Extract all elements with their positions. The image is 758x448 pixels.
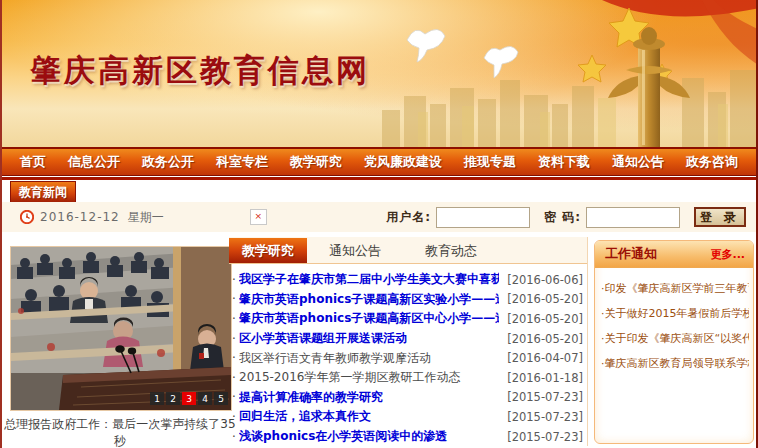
news-item: ·我区学子在肇庆市第二届中小学生美文大赛中喜获佳绩[2016-06-06] xyxy=(229,270,587,290)
bullet-icon: · xyxy=(229,332,239,346)
main-content: 1 2 3 4 5 总理报告政府工作：最后一次掌声持续了35秒 教学研究 通知公… xyxy=(2,232,756,448)
bullet-icon: · xyxy=(229,430,239,444)
main-nav: 首页 信息公开 政务公开 科室专栏 教学研究 党风廉政建设 推现专题 资料下载 … xyxy=(2,147,756,176)
username-input[interactable] xyxy=(436,207,530,228)
news-item-date: [2016-01-18] xyxy=(499,371,587,385)
tab-education-updates[interactable]: 教育动态 xyxy=(403,238,499,263)
news-item-title[interactable]: 浅谈phonics在小学英语阅读中的渗透 xyxy=(239,428,499,445)
work-notice-panel: 工作通知 更多... ·印发《肇庆高新区学前三年教育... ·关于做好2015年… xyxy=(594,240,754,444)
ribbon-graphic xyxy=(602,0,756,16)
broken-image-icon: × xyxy=(250,209,267,225)
notice-item[interactable]: ·肇庆高新区教育局领导联系学校... xyxy=(601,351,749,376)
news-item-title[interactable]: 肇庆市英语phonics子课题高新区实验小学——送课下... xyxy=(239,291,499,308)
carousel-photo[interactable]: 1 2 3 4 5 xyxy=(10,246,232,411)
tab-notices[interactable]: 通知公告 xyxy=(307,238,403,263)
news-item-date: [2016-06-06] xyxy=(499,273,587,287)
site-banner: 肇庆高新区教育信息网 xyxy=(2,0,756,147)
news-item: ·肇庆市英语phonics子课题高新区实验小学——送课下...[2016-05-… xyxy=(229,290,587,310)
news-item-title[interactable]: 区小学英语课题组开展送课活动 xyxy=(239,330,499,347)
login-form: 用户名: 密 码: 登 录 xyxy=(386,207,746,228)
login-button[interactable]: 登 录 xyxy=(694,207,746,227)
clock-icon xyxy=(20,210,34,224)
news-item-date: [2015-07-23] xyxy=(499,390,587,404)
bullet-icon: · xyxy=(229,273,239,287)
news-item: ·我区举行语文青年教师教学观摩活动[2016-04-07] xyxy=(229,348,587,368)
news-item-date: [2015-07-23] xyxy=(499,430,587,444)
bullet-icon: · xyxy=(229,312,239,326)
subnav-bar: 教育新闻 xyxy=(2,177,756,205)
site-title: 肇庆高新区教育信息网 xyxy=(30,50,370,92)
nav-item-teaching-research[interactable]: 教学研究 xyxy=(286,153,346,171)
nav-item-home[interactable]: 首页 xyxy=(16,153,50,171)
pager-button[interactable]: 1 xyxy=(150,392,164,405)
news-list: ·我区学子在肇庆市第二届中小学生美文大赛中喜获佳绩[2016-06-06] ·肇… xyxy=(229,270,587,446)
work-notice-header: 工作通知 更多... xyxy=(595,241,753,268)
nav-item-dept-columns[interactable]: 科室专栏 xyxy=(212,153,272,171)
notice-item[interactable]: ·印发《肇庆高新区学前三年教育... xyxy=(601,276,749,301)
bullet-icon: · xyxy=(229,390,239,404)
news-item: ·回归生活，追求本真作文[2015-07-23] xyxy=(229,407,587,427)
news-panel: 教学研究 通知公告 教育动态 ·我区学子在肇庆市第二届中小学生美文大赛中喜获佳绩… xyxy=(229,237,588,446)
pager-button[interactable]: 3 xyxy=(182,392,196,405)
news-item-date: [2016-05-20] xyxy=(499,332,587,346)
news-item-date: [2015-07-23] xyxy=(499,410,587,424)
notice-item[interactable]: ·关于做好2015年暑假前后学校工... xyxy=(601,301,749,326)
nav-item-gov-affairs[interactable]: 政务公开 xyxy=(138,153,198,171)
bullet-icon: · xyxy=(229,410,239,424)
news-item-date: [2016-05-20] xyxy=(499,292,587,306)
news-item-title[interactable]: 2015-2016学年第一学期区教研工作动态 xyxy=(239,369,499,386)
news-item: ·提高计算准确率的教学研究[2015-07-23] xyxy=(229,388,587,408)
current-weekday: 星期一 xyxy=(128,209,164,226)
password-label: 密 码: xyxy=(544,209,581,226)
photo-illustration xyxy=(11,247,231,410)
password-input[interactable] xyxy=(586,207,680,228)
news-item: ·肇庆市英语phonics子课题高新区中心小学——送课下...[2016-05-… xyxy=(229,309,587,329)
nav-item-downloads[interactable]: 资料下载 xyxy=(534,153,594,171)
notice-item-title: 关于做好2015年暑假前后学校工... xyxy=(605,307,750,320)
news-item-title[interactable]: 回归生活，追求本真作文 xyxy=(239,408,499,425)
bullet-icon: · xyxy=(229,351,239,365)
news-item-date: [2016-04-07] xyxy=(499,351,587,365)
nav-item-party-conduct[interactable]: 党风廉政建设 xyxy=(360,153,446,171)
nav-item-featured-topics[interactable]: 推现专题 xyxy=(460,153,520,171)
dove-icon xyxy=(407,29,518,78)
news-item: ·区小学英语课题组开展送课活动[2016-05-20] xyxy=(229,329,587,349)
notice-item-title: 印发《肇庆高新区学前三年教育... xyxy=(605,282,750,295)
news-item-title[interactable]: 我区学子在肇庆市第二届中小学生美文大赛中喜获佳绩 xyxy=(239,271,499,288)
news-item-title[interactable]: 肇庆市英语phonics子课题高新区中心小学——送课下... xyxy=(239,310,499,327)
tab-teaching-research[interactable]: 教学研究 xyxy=(229,238,307,263)
work-notice-list: ·印发《肇庆高新区学前三年教育... ·关于做好2015年暑假前后学校工... … xyxy=(595,276,753,376)
username-label: 用户名: xyxy=(386,209,431,226)
pager-button[interactable]: 5 xyxy=(214,392,228,405)
news-item-title[interactable]: 我区举行语文青年教师教学观摩活动 xyxy=(239,350,499,367)
news-item-title[interactable]: 提高计算准确率的教学研究 xyxy=(239,389,499,406)
bullet-icon: · xyxy=(229,292,239,306)
notice-item-title: 关于印发《肇庆高新区“以奖代... xyxy=(605,332,750,345)
skyline-graphic xyxy=(382,70,756,147)
subnav-tab-education-news[interactable]: 教育新闻 xyxy=(10,181,76,204)
news-item-date: [2016-05-20] xyxy=(499,312,587,326)
bullet-icon: · xyxy=(229,371,239,385)
nav-item-notices[interactable]: 通知公告 xyxy=(608,153,668,171)
carousel-caption[interactable]: 总理报告政府工作：最后一次掌声持续了35秒 xyxy=(2,416,238,448)
pager-button[interactable]: 4 xyxy=(198,392,212,405)
carousel-pager: 1 2 3 4 5 xyxy=(148,392,228,405)
more-link[interactable]: 更多... xyxy=(710,247,745,262)
news-item: ·浅谈phonics在小学英语阅读中的渗透[2015-07-23] xyxy=(229,427,587,447)
pager-button[interactable]: 2 xyxy=(166,392,180,405)
nav-item-gov-consult[interactable]: 政务咨询 xyxy=(682,153,742,171)
work-notice-title: 工作通知 xyxy=(605,245,657,263)
notice-item[interactable]: ·关于印发《肇庆高新区“以奖代... xyxy=(601,326,749,351)
news-item: ·2015-2016学年第一学期区教研工作动态[2016-01-18] xyxy=(229,368,587,388)
page: 肇庆高新区教育信息网 首页 信息公开 政务公开 科室专栏 教学研究 党风廉政建设… xyxy=(0,0,758,448)
date-bar: 2016-12-12 星期一 × 用户名: 密 码: 登 录 xyxy=(2,202,756,232)
nav-item-info-disclosure[interactable]: 信息公开 xyxy=(64,153,124,171)
news-tabs: 教学研究 通知公告 教育动态 xyxy=(229,237,587,264)
current-date: 2016-12-12 xyxy=(40,210,120,224)
notice-item-title: 肇庆高新区教育局领导联系学校... xyxy=(605,357,750,370)
